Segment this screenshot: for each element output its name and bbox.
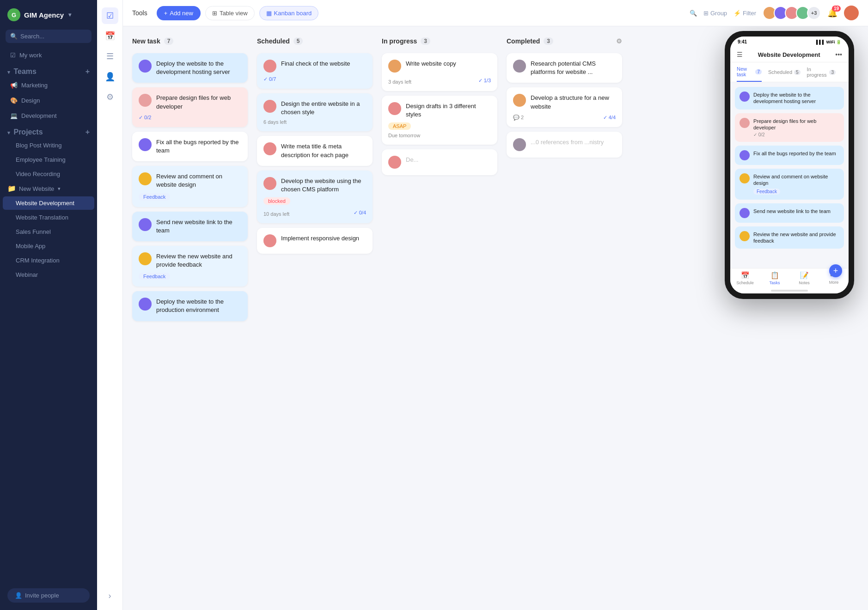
phone-card[interactable]: Prepare design files for web developer ✓… <box>735 113 844 142</box>
development-label: Development <box>21 112 57 119</box>
column-title-in-progress: In progress <box>382 37 417 45</box>
sidebar-item-webinar[interactable]: Webinar <box>3 268 94 281</box>
task-card[interactable]: De... <box>382 149 497 175</box>
task-card[interactable]: Deploy the website to the production env… <box>132 291 248 321</box>
phone-card-avatar <box>740 118 750 128</box>
invite-icon: 👤 <box>15 592 22 599</box>
group-label: Group <box>710 10 727 17</box>
task-avatar <box>139 252 152 265</box>
task-card[interactable]: Write meta title & meta description for … <box>257 136 373 165</box>
logo-icon: G <box>7 8 20 21</box>
sidebar-item-development[interactable]: 💻 Development <box>3 109 94 123</box>
sidebar-item-employee[interactable]: Employee Training <box>3 153 94 166</box>
phone-card[interactable]: Send new website link to the team <box>735 203 844 223</box>
phone-bottom-schedule[interactable]: 📅 Schedule <box>730 271 760 285</box>
phone-cards: Deploy the website to the development ho… <box>730 82 849 268</box>
column-new-task: New task 7 Deploy the website to the dev… <box>132 36 248 321</box>
task-check: ✓ 1/3 <box>478 78 491 84</box>
task-card[interactable]: Send new website link to the team <box>132 212 248 241</box>
sidebar-item-video[interactable]: Video Recording <box>3 167 94 181</box>
invite-people-button[interactable]: 👤 Invite people <box>7 588 90 603</box>
sidebar-item-sales-funnel[interactable]: Sales Funnel <box>3 225 94 238</box>
projects-chevron[interactable]: ▾ <box>7 130 10 135</box>
strip-settings-icon[interactable]: ⚙ <box>102 89 118 105</box>
task-card[interactable]: Fix all the bugs reported by the team <box>132 132 248 161</box>
phone-card[interactable]: Fix all the bugs reported by the team <box>735 146 844 165</box>
phone-tab-in-progress[interactable]: In progress 3 <box>807 62 836 82</box>
strip-list-icon[interactable]: ☰ <box>102 48 118 65</box>
avatar-more[interactable]: +3 <box>807 6 821 20</box>
kanban-board-button[interactable]: ▦ Kanban board <box>259 6 319 20</box>
sidebar-item-blog[interactable]: Blog Post Writing <box>3 139 94 152</box>
sidebar-item-website-translation[interactable]: Website Translation <box>3 211 94 224</box>
sidebar-item-mywork[interactable]: ☑ My work <box>3 48 94 62</box>
sidebar-item-crm[interactable]: CRM Integration <box>3 254 94 267</box>
sidebar-item-marketing[interactable]: 📢 Marketing <box>3 78 94 92</box>
task-card[interactable]: Review the new website and provide feedb… <box>132 246 248 287</box>
task-card[interactable]: Final check of the website ✓ 0/7 <box>257 53 373 89</box>
notifications-button[interactable]: 🔔 19 <box>827 8 837 18</box>
task-avatar <box>263 60 276 73</box>
task-card[interactable]: Implement responsive design <box>257 228 373 254</box>
task-card[interactable]: Prepare design files for web developer ✓… <box>132 87 248 127</box>
phone-card-content: Deploy the website to the development ho… <box>753 92 839 105</box>
teams-add-icon[interactable]: + <box>86 67 90 76</box>
column-header-new-task: New task 7 <box>132 36 248 49</box>
task-card[interactable]: Review and comment on website design Fee… <box>132 166 248 207</box>
task-title: Deploy the website to the production env… <box>156 298 241 314</box>
phone-card[interactable]: Deploy the website to the development ho… <box>735 87 844 110</box>
strip-calendar-icon[interactable]: 📅 <box>102 28 118 44</box>
task-avatar <box>139 94 152 107</box>
task-card[interactable]: Deploy the website to the development ho… <box>132 53 248 83</box>
phone-card-content: Send new website link to the team <box>753 208 831 214</box>
phone-tab-scheduled[interactable]: Scheduled 5 <box>768 62 801 82</box>
task-title: Implement responsive design <box>281 234 359 243</box>
task-card-header: Design the entire website in a chosen st… <box>263 100 366 116</box>
column-count-new-task: 7 <box>164 37 174 45</box>
strip-person-icon[interactable]: 👤 <box>102 68 118 85</box>
add-new-label: Add new <box>170 10 193 17</box>
task-card[interactable]: Design the entire website in a chosen st… <box>257 93 373 131</box>
board-area: New task 7 Deploy the website to the dev… <box>123 26 868 610</box>
user-avatar[interactable] <box>844 6 859 20</box>
phone-card[interactable]: Review the new website and provide feedb… <box>735 226 844 249</box>
task-card[interactable]: Research potential CMS platforms for web… <box>507 53 622 83</box>
group-button[interactable]: ⊞ Group <box>703 10 727 17</box>
phone-menu-icon[interactable]: ☰ <box>737 51 743 58</box>
task-meta: 3 days left ✓ 1/3 <box>388 76 491 85</box>
task-title: Design drafts in 3 different styles <box>406 102 491 119</box>
phone-card-content: Prepare design files for web developer ✓… <box>753 118 839 138</box>
phone-bottom-tasks[interactable]: 📋 Tasks <box>760 271 789 285</box>
table-view-button[interactable]: ⊞ Table view <box>205 6 255 20</box>
phone-bottom-notes[interactable]: 📝 Notes <box>789 271 819 285</box>
phone-tab-new-task[interactable]: New task 7 <box>737 62 762 82</box>
search-box[interactable]: 🔍 Search... <box>6 30 92 43</box>
task-card[interactable]: Design drafts in 3 different styles ASAP… <box>382 96 497 145</box>
task-card-header: Send new website link to the team <box>139 218 241 235</box>
column-settings-icon[interactable]: ⚙ <box>616 37 622 45</box>
task-due: Due tomorrow <box>388 133 491 138</box>
mywork-icon: ☑ <box>10 52 16 59</box>
phone-fab-button[interactable]: + <box>829 264 842 277</box>
search-toolbar-icon[interactable]: 🔍 <box>690 10 697 17</box>
app-logo[interactable]: G GIM Agency ▾ <box>0 0 97 30</box>
strip-collapse-arrow[interactable]: › <box>109 591 111 601</box>
phone-card[interactable]: Review and comment on website design Fee… <box>735 169 844 200</box>
projects-add-icon[interactable]: + <box>86 128 90 136</box>
task-card[interactable]: Develop a structure for a new website 💬 … <box>507 87 622 127</box>
sidebar-item-website-development[interactable]: Website Development <box>3 196 94 210</box>
task-card[interactable]: Develop the website using the chosen CMS… <box>257 171 373 223</box>
task-title: Research potential CMS platforms for web… <box>531 60 616 76</box>
phone-schedule-icon: 📅 <box>741 271 750 280</box>
task-card[interactable]: ...0 references from ...nistry <box>507 132 622 158</box>
phone-more-icon[interactable]: ••• <box>835 51 842 58</box>
task-card[interactable]: Write website copy 3 days left ✓ 1/3 <box>382 53 497 91</box>
teams-chevron[interactable]: ▾ <box>7 69 10 75</box>
filter-button[interactable]: ⚡ Filter <box>734 10 756 17</box>
sidebar-item-design[interactable]: 🎨 Design <box>3 93 94 108</box>
add-new-button[interactable]: + Add new <box>157 6 201 20</box>
sidebar-item-new-website[interactable]: 📁 New Website ▾ <box>0 181 97 196</box>
teams-section: ▾ Teams + <box>0 63 97 78</box>
strip-tasks-icon[interactable]: ☑ <box>102 7 118 24</box>
sidebar-item-mobile-app[interactable]: Mobile App <box>3 239 94 253</box>
